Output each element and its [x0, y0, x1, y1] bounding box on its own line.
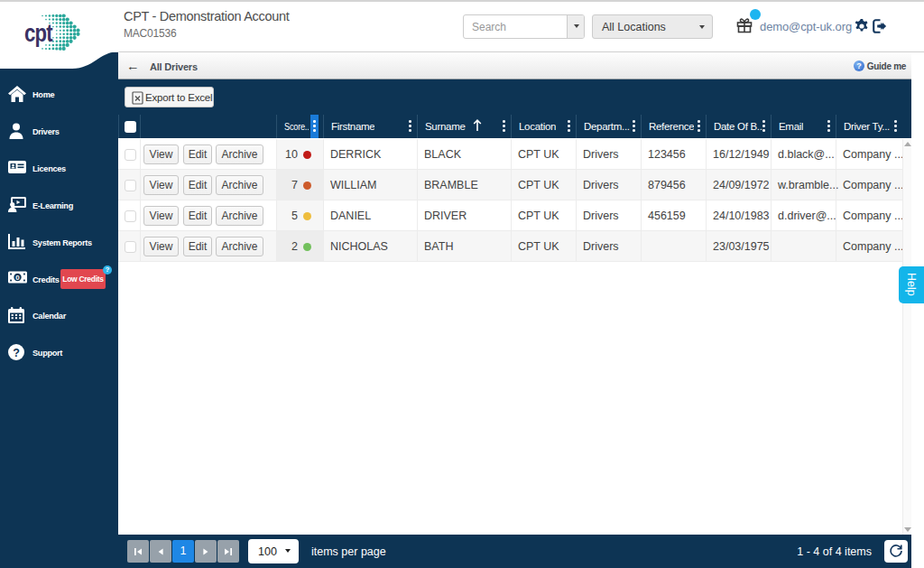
svg-text:0: 0 [15, 274, 20, 282]
svg-text:?: ? [13, 347, 20, 359]
